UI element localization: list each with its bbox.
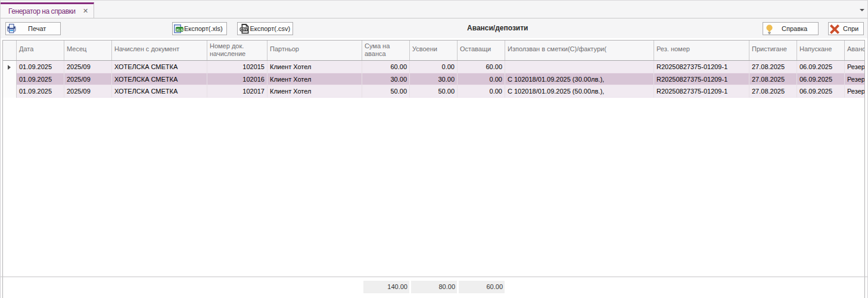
svg-text:CSV: CSV [240,27,247,31]
svg-text:XLS: XLS [176,27,183,31]
